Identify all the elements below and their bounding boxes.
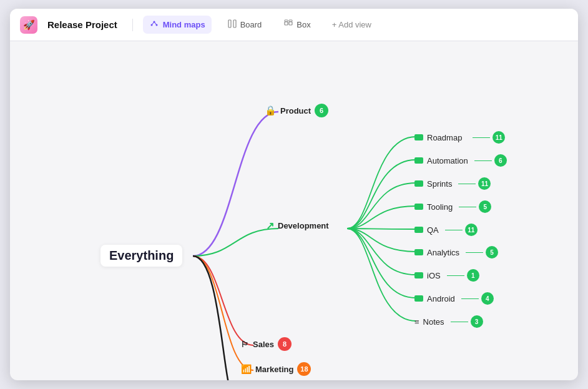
box-label: Box: [296, 20, 310, 29]
add-view-button[interactable]: + Add view: [327, 17, 376, 32]
automation-badge: 6: [494, 154, 507, 167]
qa-label: QA: [427, 225, 439, 235]
leaf-qa[interactable]: QA 11: [414, 224, 478, 236]
svg-rect-5: [228, 20, 231, 27]
notes-badge: 3: [471, 315, 483, 328]
automation-icon: [414, 157, 423, 164]
leaf-roadmap[interactable]: Roadmap 11: [414, 131, 505, 144]
product-icon: 🔒: [265, 105, 277, 116]
marketing-badge: 18: [297, 362, 311, 376]
box-icon: [284, 19, 293, 30]
analytics-icon: [414, 249, 423, 255]
svg-rect-7: [285, 22, 288, 25]
sales-node[interactable]: 🏳 Sales 8: [241, 337, 292, 351]
leaf-android[interactable]: Android 4: [414, 292, 494, 305]
sprints-badge: 11: [478, 177, 491, 190]
mindmaps-icon: [149, 19, 159, 31]
android-badge: 4: [481, 292, 494, 305]
sprints-label: Sprints: [427, 179, 452, 189]
leaf-sprints[interactable]: Sprints 11: [414, 177, 491, 190]
titlebar: 🚀 Release Project Mind maps: [10, 9, 578, 41]
marketing-icon: 📶: [241, 364, 252, 374]
nav-divider: [132, 19, 133, 31]
roadmap-icon: [414, 134, 423, 140]
ios-icon: [414, 272, 423, 278]
development-icon: ↗: [266, 220, 274, 232]
mindmap-canvas: Everything 🔒 Product 6 ↗ Development 🏳 S…: [10, 41, 578, 380]
development-node[interactable]: ↗ Development: [266, 220, 329, 232]
sales-label: Sales: [253, 340, 274, 349]
project-icon: 🚀: [20, 16, 37, 34]
product-badge: 6: [315, 104, 328, 117]
automation-label: Automation: [427, 156, 468, 165]
development-label: Development: [278, 221, 329, 230]
analytics-label: Analytics: [427, 248, 459, 257]
nav-item-mindmaps[interactable]: Mind maps: [143, 16, 212, 34]
roadmap-label: Roadmap: [427, 133, 462, 142]
notes-label: Notes: [423, 317, 444, 327]
marketing-node[interactable]: 📶 Marketing 18: [241, 362, 311, 376]
leaf-ios[interactable]: iOS 1: [414, 269, 479, 282]
product-node[interactable]: 🔒 Product 6: [265, 104, 328, 117]
svg-line-4: [154, 22, 157, 25]
leaf-tooling[interactable]: Tooling 5: [414, 200, 491, 213]
leaf-automation[interactable]: Automation 6: [414, 154, 507, 167]
board-label: Board: [240, 20, 262, 29]
svg-rect-10: [289, 20, 292, 22]
svg-rect-8: [289, 22, 292, 25]
qa-badge: 11: [465, 224, 478, 236]
mindmap-svg: [10, 41, 578, 380]
svg-line-3: [152, 22, 154, 25]
product-label: Product: [280, 106, 311, 116]
leaf-notes[interactable]: ≡ Notes 3: [414, 315, 483, 328]
android-label: Android: [427, 294, 455, 303]
marketing-label: Marketing: [255, 365, 293, 374]
svg-rect-9: [285, 20, 288, 22]
roadmap-badge: 11: [492, 131, 505, 144]
board-icon: [228, 19, 237, 30]
sprints-icon: [414, 180, 423, 187]
project-title: Release Project: [47, 19, 117, 30]
tooling-label: Tooling: [427, 202, 453, 212]
notes-list-icon: ≡: [414, 317, 419, 327]
add-view-label: + Add view: [332, 20, 371, 29]
qa-icon: [414, 227, 423, 233]
nav-item-board[interactable]: Board: [222, 16, 268, 33]
nav-item-box[interactable]: Box: [278, 16, 316, 33]
mindmaps-label: Mind maps: [163, 20, 205, 29]
root-label: Everything: [109, 249, 174, 263]
svg-rect-6: [233, 20, 236, 27]
sales-icon: 🏳: [241, 340, 249, 349]
leaf-analytics[interactable]: Analytics 5: [414, 246, 498, 259]
ios-label: iOS: [427, 271, 441, 280]
analytics-badge: 5: [486, 246, 498, 259]
android-icon: [414, 295, 423, 302]
app-window: 🚀 Release Project Mind maps: [10, 9, 578, 380]
tooling-badge: 5: [479, 200, 491, 213]
tooling-icon: [414, 204, 423, 210]
ios-badge: 1: [467, 269, 479, 282]
root-node[interactable]: Everything: [100, 245, 182, 267]
sales-badge: 8: [278, 337, 292, 351]
